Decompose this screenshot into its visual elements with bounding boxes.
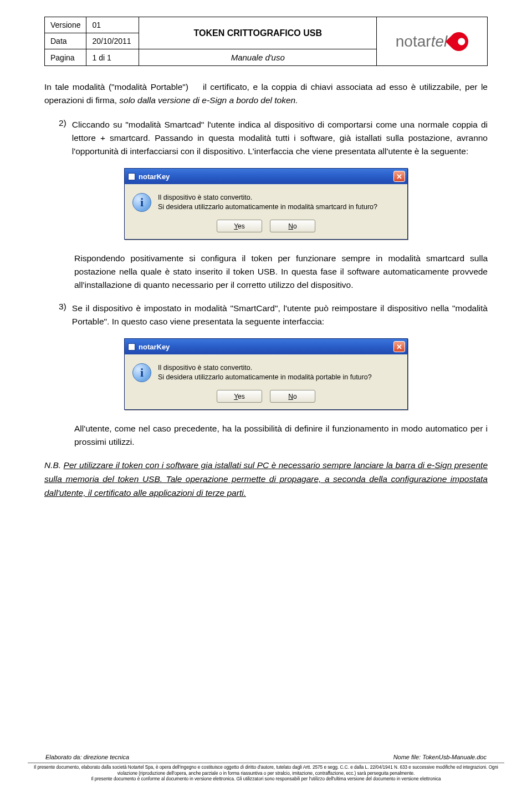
para-after-2: All'utente, come nel caso precedente, ha… [74, 422, 488, 449]
nb-paragraph: N.B. Per utilizzare il token con i softw… [44, 459, 488, 500]
dialog-line1: Il dispositivo è stato convertito. [158, 194, 252, 201]
notarkey-dialog: notarKey ✕ i Il dispositivo è stato conv… [124, 338, 408, 410]
doc-subtitle: Manuale d'uso [139, 49, 377, 66]
footer-left: Elaborato da: direzione tecnica [45, 754, 129, 761]
dialog-line2: Si desidera utilizzarlo automaticamente … [158, 373, 372, 381]
footer-right: Nome file: TokenUsb-Manuale.doc [393, 754, 487, 761]
dialog-buttons: Yes No [125, 387, 407, 409]
dialog-title: notarKey [139, 343, 170, 351]
footer-line3: Il presente documento è conforme al docu… [28, 776, 504, 782]
no-button[interactable]: No [270, 390, 315, 403]
dialog-title: notarKey [139, 172, 170, 181]
footer-line1: Il presente documento, elaborato dalla s… [28, 765, 504, 770]
logo-swirl-icon [446, 28, 472, 54]
dialog-line2: Si desidera utilizzarlo automaticamente … [158, 203, 377, 211]
notartel-logo: notartel [396, 32, 468, 51]
dialog-titlebar: notarKey ✕ [125, 339, 407, 354]
header-value: 01 [86, 17, 139, 33]
close-icon: ✕ [396, 343, 402, 351]
logo-cell: notartel [377, 17, 488, 66]
list-number: 2) [59, 118, 66, 158]
intro-italic: solo dalla versione di e-Sign a bordo de… [119, 95, 298, 105]
list-item-3: 3) Se il dispositivo è impostato in moda… [59, 302, 488, 328]
doc-title: TOKEN CRITTOGRAFICO USB [139, 17, 377, 49]
dialog-buttons: Yes No [125, 216, 407, 239]
nb-label: N.B. [44, 460, 64, 470]
dialog-titlebar: notarKey ✕ [125, 169, 407, 184]
header-label: Pagina [45, 49, 86, 66]
item2-text: Cliccando su "modalità Smartcad" l'utent… [72, 118, 488, 158]
close-button[interactable]: ✕ [393, 341, 405, 352]
info-icon: i [132, 193, 151, 212]
page-footer: Elaborato da: direzione tecnica Nome fil… [0, 754, 532, 783]
header-label: Data [45, 33, 86, 49]
dialog-message: Il dispositivo è stato convertito. Si de… [158, 363, 372, 382]
list-number: 3) [59, 302, 66, 328]
header-value: 20/10/2011 [86, 33, 139, 49]
intro-a: In tale modalità ("modalità Portable") [44, 82, 188, 92]
yes-button[interactable]: Yes [217, 220, 262, 232]
para-after-1: Rispondendo positivamente si configura i… [74, 252, 488, 292]
yes-button[interactable]: Yes [217, 390, 262, 403]
notarkey-dialog: notarKey ✕ i Il dispositivo è stato conv… [124, 168, 408, 240]
close-icon: ✕ [396, 172, 402, 181]
dialog-2-wrap: notarKey ✕ i Il dispositivo è stato conv… [44, 338, 488, 410]
info-icon: i [132, 363, 151, 382]
window-icon [128, 173, 135, 180]
window-icon [128, 343, 135, 351]
document-header: Versione 01 TOKEN CRITTOGRAFICO USB nota… [44, 17, 488, 66]
header-value: 1 di 1 [86, 49, 139, 66]
intro-paragraph: In tale modalità ("modalità Portable") i… [44, 80, 488, 107]
close-button[interactable]: ✕ [393, 171, 405, 182]
dialog-1-wrap: notarKey ✕ i Il dispositivo è stato conv… [44, 168, 488, 240]
logo-text-a: notar [396, 33, 431, 50]
header-label: Versione [45, 17, 86, 33]
dialog-line1: Il dispositivo è stato convertito. [158, 364, 252, 372]
no-button[interactable]: No [270, 220, 315, 232]
footer-line2: violazione (riproduzione dell'opera, anc… [28, 771, 504, 776]
nb-text: Per utilizzare il token con i software g… [44, 460, 488, 497]
dialog-message: Il dispositivo è stato convertito. Si de… [158, 193, 377, 212]
item3-text: Se il dispositivo è impostato in modalit… [72, 302, 488, 328]
list-item-2: 2) Cliccando su "modalità Smartcad" l'ut… [59, 118, 488, 158]
